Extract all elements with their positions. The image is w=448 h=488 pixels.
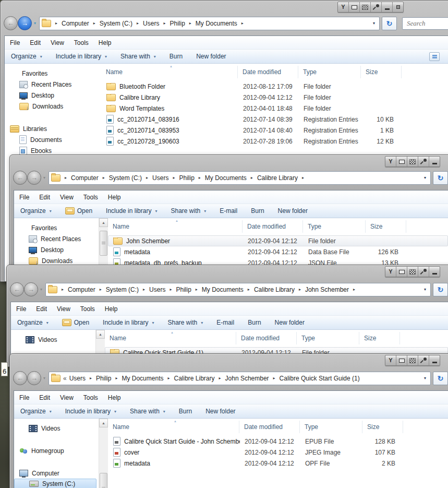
wrench-button[interactable]: Y (385, 355, 396, 365)
sidebar-item-libraries[interactable]: Libraries (5, 123, 101, 134)
back-button[interactable]: ← (10, 282, 24, 296)
refresh-button[interactable]: ↻ (382, 17, 397, 30)
address-dropdown-icon[interactable]: ▾ (371, 21, 377, 26)
sidebar-item-homegroup[interactable]: Homegroup (14, 445, 99, 456)
forward-button[interactable]: → (27, 171, 41, 185)
column-header-date-modified[interactable]: Date modified (243, 220, 303, 233)
menu-item-file[interactable]: File (16, 305, 26, 313)
file-row[interactable]: John Schember2012-09-04 12:12File folder (108, 235, 448, 246)
rollup-button[interactable] (396, 267, 407, 277)
transparency-button[interactable] (407, 267, 418, 277)
toolbar-share-with-button[interactable]: Share with▾ (167, 319, 203, 326)
toolbar-organize-button[interactable]: Organize▾ (17, 319, 49, 326)
title-bar[interactable]: Y (1, 1, 448, 16)
toolbar-burn-button[interactable]: Burn (251, 207, 264, 215)
minimize-button[interactable] (429, 267, 440, 277)
column-header-date-modified[interactable]: Date modified (239, 421, 300, 433)
menu-item-edit[interactable]: Edit (39, 394, 50, 401)
scrollbar-thumb[interactable] (100, 473, 107, 488)
sidebar-item-favorites[interactable]: Favorites (14, 222, 99, 233)
menu-item-view[interactable]: View (51, 39, 64, 46)
menu-item-help[interactable]: Help (108, 394, 121, 401)
sidebar-item-computer[interactable]: Computer (14, 468, 99, 479)
toolbar-open-button[interactable]: Open (65, 207, 92, 215)
toolbar-organize-button[interactable]: Organize▾ (20, 207, 52, 215)
change-view-button[interactable] (429, 52, 440, 61)
sidebar-item-desktop[interactable]: Desktop (14, 244, 99, 255)
column-header-size[interactable]: Size (366, 220, 406, 233)
history-dropdown-icon[interactable]: ▾ (40, 287, 42, 292)
column-header-type[interactable]: Type (297, 332, 359, 344)
scroll-up-icon[interactable]: ▲ (96, 330, 105, 339)
file-row[interactable]: Calibre Library2012-09-04 12:12File fold… (101, 92, 448, 103)
file-row[interactable]: cc_20120714_0839162012-07-14 08:39Regist… (101, 114, 448, 125)
history-dropdown-icon[interactable]: ▾ (43, 376, 45, 380)
wrench-button[interactable]: Y (338, 2, 349, 12)
menu-item-view[interactable]: View (57, 305, 70, 313)
sidebar-item-desktop[interactable]: Desktop (5, 90, 101, 101)
toolbar-organize-button[interactable]: Organize▾ (11, 53, 42, 60)
refresh-button[interactable]: ↻ (433, 171, 448, 185)
column-header-date-modified[interactable]: Date modified (236, 332, 297, 344)
desktop-gadget[interactable]: 6 (1, 362, 8, 376)
transparency-button[interactable] (407, 157, 418, 166)
address-bar[interactable]: ▸Computer▸System (C:)▸Users▸Philip▸My Do… (49, 171, 431, 185)
menu-item-view[interactable]: View (60, 194, 74, 201)
sidebar-scrollbar[interactable]: ▲ (99, 419, 108, 488)
pin-button[interactable] (418, 267, 429, 277)
title-bar[interactable]: Y (10, 354, 448, 371)
rollup-button[interactable] (349, 2, 360, 12)
menu-item-edit[interactable]: Edit (39, 194, 50, 201)
column-header-size[interactable]: Size (362, 421, 403, 433)
transparency-button[interactable] (407, 355, 418, 365)
box-button[interactable] (393, 2, 403, 12)
menu-item-tools[interactable]: Tools (80, 305, 95, 313)
breadcrumb-segment[interactable]: My Documents (195, 20, 238, 27)
file-row[interactable]: cc_20120714_0839532012-07-14 08:40Regist… (101, 125, 448, 136)
toolbar-share-with-button[interactable]: Share with▾ (171, 207, 206, 215)
menu-item-tools[interactable]: Tools (74, 39, 89, 46)
menu-item-help[interactable]: Help (108, 194, 121, 201)
forward-button[interactable]: → (27, 371, 41, 385)
file-row[interactable]: metadata2012-09-04 12:12OPF File2 KB (108, 458, 448, 469)
back-button[interactable]: ← (13, 171, 27, 185)
breadcrumb-segment[interactable]: My Documents (204, 174, 248, 182)
wrench-button[interactable]: Y (385, 157, 396, 166)
sidebar-item-favorites[interactable]: Favorites (5, 68, 101, 79)
forward-button[interactable]: → (18, 16, 32, 30)
breadcrumb-segment[interactable]: Calibre Quick Start Guide (1) (279, 375, 361, 382)
pin-button[interactable] (371, 2, 382, 12)
file-row[interactable]: metadata2012-09-04 12:12Data Base File12… (108, 246, 448, 257)
sidebar-item-videos[interactable]: Videos (14, 423, 99, 434)
column-header-date-modified[interactable]: Date modified (238, 66, 298, 78)
breadcrumb-segment[interactable]: Computer (67, 286, 96, 293)
menu-item-help[interactable]: Help (99, 39, 112, 46)
title-bar[interactable]: Y (7, 265, 448, 282)
breadcrumb-segment[interactable]: Users (142, 20, 160, 27)
toolbar-open-button[interactable]: Open (62, 319, 89, 326)
toolbar-burn-button[interactable]: Burn (248, 319, 261, 326)
minimize-button[interactable] (382, 2, 393, 12)
breadcrumb-segment[interactable]: Philip (175, 286, 192, 293)
file-row[interactable]: cover2012-09-04 12:12JPEG Image107 KB (108, 447, 448, 458)
breadcrumb-segment[interactable]: System (C:) (108, 174, 143, 182)
breadcrumb-segment[interactable]: Users (151, 174, 169, 182)
column-header-type[interactable]: Type (303, 220, 366, 233)
toolbar-new-folder-button[interactable]: New folder (205, 408, 235, 415)
toolbar-share-with-button[interactable]: Share with▾ (130, 408, 165, 415)
sidebar-item-documents[interactable]: Documents (5, 134, 101, 145)
breadcrumb-segment[interactable]: System (C:) (99, 20, 134, 27)
sidebar-scrollbar[interactable]: ▲ (99, 218, 108, 266)
address-dropdown-icon[interactable]: ▾ (422, 287, 428, 292)
menu-item-file[interactable]: File (19, 194, 29, 201)
address-bar[interactable]: «Users▸Philip▸My Documents▸Calibre Libra… (49, 372, 431, 385)
scrollbar-thumb[interactable] (100, 231, 107, 256)
breadcrumb-segment[interactable]: Computer (70, 174, 100, 182)
toolbar-e-mail-button[interactable]: E-mail (220, 207, 237, 215)
wrench-button[interactable]: Y (385, 267, 396, 277)
toolbar-include-in-library-button[interactable]: Include in library▾ (65, 408, 116, 415)
sidebar-item-system-c-[interactable]: System (C:) (14, 479, 96, 488)
history-dropdown-icon[interactable]: ▾ (43, 175, 45, 180)
breadcrumb-segment[interactable]: Calibre Library (253, 286, 296, 293)
menu-item-file[interactable]: File (19, 394, 29, 401)
